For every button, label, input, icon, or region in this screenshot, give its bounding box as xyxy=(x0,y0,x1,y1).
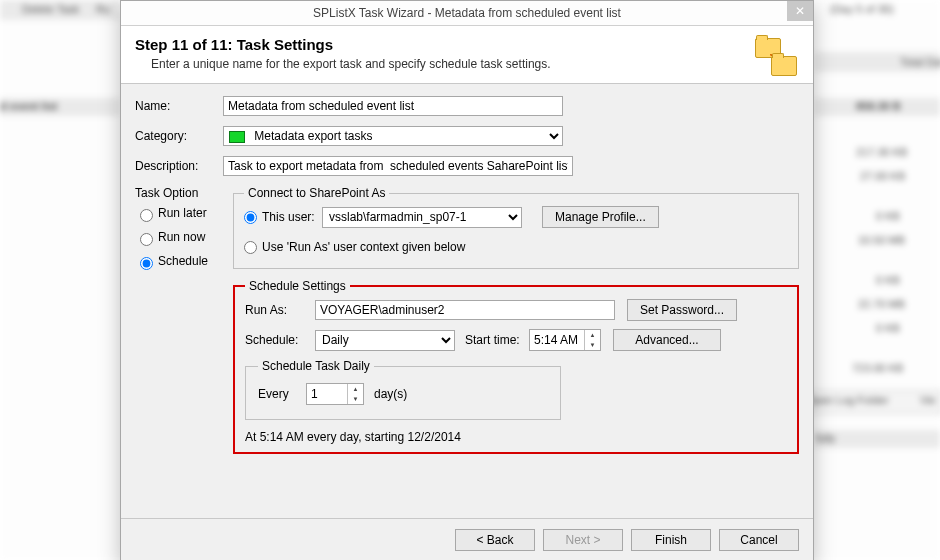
set-password-button[interactable]: Set Password... xyxy=(627,299,737,321)
radio-run-now[interactable]: Run now xyxy=(135,230,233,246)
connect-legend: Connect to SharePoint As xyxy=(244,186,389,200)
schedule-legend: Schedule Settings xyxy=(245,279,350,293)
titlebar: SPListX Task Wizard - Metadata from sche… xyxy=(121,1,813,26)
task-option-label: Task Option xyxy=(135,186,233,200)
category-label: Category: xyxy=(135,129,223,143)
radio-schedule[interactable]: Schedule xyxy=(135,254,233,270)
advanced-button[interactable]: Advanced... xyxy=(613,329,721,351)
schedule-fieldset: Schedule Settings Run As: Set Password..… xyxy=(233,279,799,454)
manage-profile-button[interactable]: Manage Profile... xyxy=(542,206,659,228)
chevron-up-icon[interactable]: ▲ xyxy=(348,384,363,394)
window-title: SPListX Task Wizard - Metadata from sche… xyxy=(313,6,621,20)
runas-label: Run As: xyxy=(245,303,315,317)
back-button[interactable]: < Back xyxy=(455,529,535,551)
chevron-down-icon[interactable]: ▼ xyxy=(348,394,363,404)
wizard-header: Step 11 of 11: Task Settings Enter a uni… xyxy=(121,26,813,84)
radio-this-user[interactable] xyxy=(244,211,257,224)
schedule-select[interactable]: Daily xyxy=(315,330,455,351)
description-label: Description: xyxy=(135,159,223,173)
days-label: day(s) xyxy=(374,387,407,401)
every-days-input[interactable] xyxy=(307,384,347,404)
finish-button[interactable]: Finish xyxy=(631,529,711,551)
cancel-button[interactable]: Cancel xyxy=(719,529,799,551)
chevron-down-icon[interactable]: ▼ xyxy=(585,340,600,350)
start-time-spinner[interactable]: ▲ ▼ xyxy=(529,329,601,351)
start-time-input[interactable] xyxy=(530,330,584,350)
name-label: Name: xyxy=(135,99,223,113)
this-user-label: This user: xyxy=(262,210,322,224)
schedule-daily-fieldset: Schedule Task Daily Every ▲ ▼ day(s) xyxy=(245,359,561,420)
radio-use-runas[interactable] xyxy=(244,241,257,254)
connect-fieldset: Connect to SharePoint As This user: vssl… xyxy=(233,186,799,269)
every-label: Every xyxy=(258,387,306,401)
every-days-spinner[interactable]: ▲ ▼ xyxy=(306,383,364,405)
close-icon[interactable]: ✕ xyxy=(787,1,813,21)
step-subtitle: Enter a unique name for the export task … xyxy=(151,57,799,71)
start-time-label: Start time: xyxy=(465,333,529,347)
schedule-summary: At 5:14 AM every day, starting 12/2/2014 xyxy=(245,430,787,444)
wizard-footer: < Back Next > Finish Cancel xyxy=(121,518,813,560)
wizard-dialog: SPListX Task Wizard - Metadata from sche… xyxy=(120,0,814,560)
description-input[interactable] xyxy=(223,156,573,176)
name-input[interactable] xyxy=(223,96,563,116)
schedule-label: Schedule: xyxy=(245,333,315,347)
radio-run-later[interactable]: Run later xyxy=(135,206,233,222)
folder-transfer-icon: ➜ xyxy=(755,38,799,78)
next-button: Next > xyxy=(543,529,623,551)
daily-legend: Schedule Task Daily xyxy=(258,359,374,373)
chevron-up-icon[interactable]: ▲ xyxy=(585,330,600,340)
use-runas-label: Use 'Run As' user context given below xyxy=(262,240,465,254)
runas-input[interactable] xyxy=(315,300,615,320)
step-title: Step 11 of 11: Task Settings xyxy=(135,36,799,53)
category-select[interactable] xyxy=(223,126,563,146)
this-user-select[interactable]: vsslab\farmadmin_sp07-1 xyxy=(322,207,522,228)
